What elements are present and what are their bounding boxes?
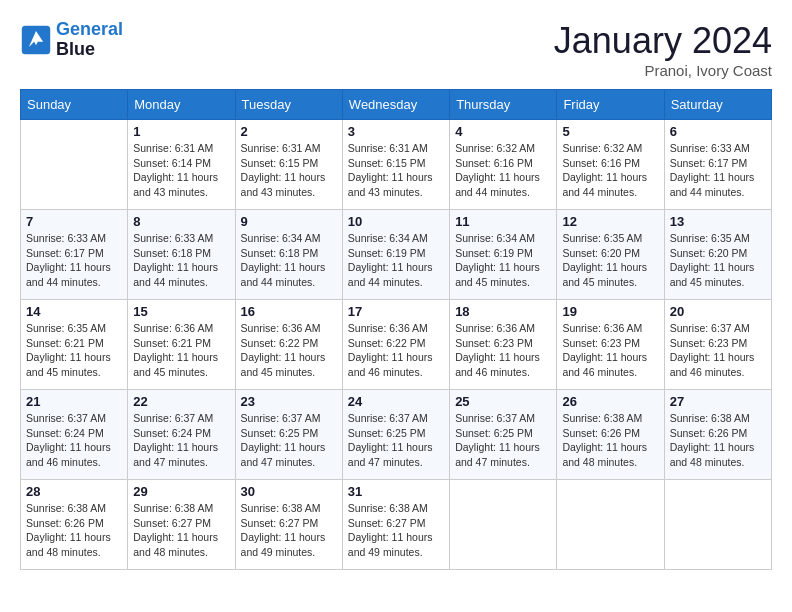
day-number: 25 xyxy=(455,394,551,409)
day-info: Sunrise: 6:34 AM Sunset: 6:18 PM Dayligh… xyxy=(241,231,337,290)
day-info: Sunrise: 6:38 AM Sunset: 6:26 PM Dayligh… xyxy=(562,411,658,470)
day-number: 29 xyxy=(133,484,229,499)
location-title: Pranoi, Ivory Coast xyxy=(554,62,772,79)
calendar-cell: 20Sunrise: 6:37 AM Sunset: 6:23 PM Dayli… xyxy=(664,300,771,390)
day-info: Sunrise: 6:38 AM Sunset: 6:27 PM Dayligh… xyxy=(348,501,444,560)
day-info: Sunrise: 6:32 AM Sunset: 6:16 PM Dayligh… xyxy=(562,141,658,200)
calendar-cell: 21Sunrise: 6:37 AM Sunset: 6:24 PM Dayli… xyxy=(21,390,128,480)
day-info: Sunrise: 6:32 AM Sunset: 6:16 PM Dayligh… xyxy=(455,141,551,200)
day-info: Sunrise: 6:38 AM Sunset: 6:26 PM Dayligh… xyxy=(26,501,122,560)
calendar-cell: 3Sunrise: 6:31 AM Sunset: 6:15 PM Daylig… xyxy=(342,120,449,210)
day-number: 7 xyxy=(26,214,122,229)
day-number: 26 xyxy=(562,394,658,409)
calendar-cell: 26Sunrise: 6:38 AM Sunset: 6:26 PM Dayli… xyxy=(557,390,664,480)
day-info: Sunrise: 6:36 AM Sunset: 6:23 PM Dayligh… xyxy=(562,321,658,380)
day-number: 15 xyxy=(133,304,229,319)
day-info: Sunrise: 6:37 AM Sunset: 6:23 PM Dayligh… xyxy=(670,321,766,380)
calendar-cell: 7Sunrise: 6:33 AM Sunset: 6:17 PM Daylig… xyxy=(21,210,128,300)
day-number: 22 xyxy=(133,394,229,409)
day-info: Sunrise: 6:38 AM Sunset: 6:26 PM Dayligh… xyxy=(670,411,766,470)
logo-icon xyxy=(20,24,52,56)
calendar-cell: 22Sunrise: 6:37 AM Sunset: 6:24 PM Dayli… xyxy=(128,390,235,480)
day-number: 17 xyxy=(348,304,444,319)
weekday-header-tuesday: Tuesday xyxy=(235,90,342,120)
day-info: Sunrise: 6:31 AM Sunset: 6:15 PM Dayligh… xyxy=(241,141,337,200)
logo-text: GeneralBlue xyxy=(56,20,123,60)
day-number: 19 xyxy=(562,304,658,319)
day-info: Sunrise: 6:37 AM Sunset: 6:24 PM Dayligh… xyxy=(26,411,122,470)
day-number: 24 xyxy=(348,394,444,409)
day-info: Sunrise: 6:34 AM Sunset: 6:19 PM Dayligh… xyxy=(348,231,444,290)
day-info: Sunrise: 6:36 AM Sunset: 6:22 PM Dayligh… xyxy=(348,321,444,380)
day-number: 21 xyxy=(26,394,122,409)
day-info: Sunrise: 6:37 AM Sunset: 6:25 PM Dayligh… xyxy=(348,411,444,470)
day-number: 20 xyxy=(670,304,766,319)
day-info: Sunrise: 6:38 AM Sunset: 6:27 PM Dayligh… xyxy=(133,501,229,560)
day-number: 8 xyxy=(133,214,229,229)
calendar-cell: 11Sunrise: 6:34 AM Sunset: 6:19 PM Dayli… xyxy=(450,210,557,300)
calendar-cell: 12Sunrise: 6:35 AM Sunset: 6:20 PM Dayli… xyxy=(557,210,664,300)
week-row-2: 7Sunrise: 6:33 AM Sunset: 6:17 PM Daylig… xyxy=(21,210,772,300)
calendar-cell: 2Sunrise: 6:31 AM Sunset: 6:15 PM Daylig… xyxy=(235,120,342,210)
calendar-cell: 19Sunrise: 6:36 AM Sunset: 6:23 PM Dayli… xyxy=(557,300,664,390)
calendar-cell: 24Sunrise: 6:37 AM Sunset: 6:25 PM Dayli… xyxy=(342,390,449,480)
page-header: GeneralBlue January 2024 Pranoi, Ivory C… xyxy=(20,20,772,79)
day-number: 11 xyxy=(455,214,551,229)
calendar-cell: 28Sunrise: 6:38 AM Sunset: 6:26 PM Dayli… xyxy=(21,480,128,570)
day-info: Sunrise: 6:33 AM Sunset: 6:18 PM Dayligh… xyxy=(133,231,229,290)
day-number: 3 xyxy=(348,124,444,139)
day-number: 30 xyxy=(241,484,337,499)
week-row-5: 28Sunrise: 6:38 AM Sunset: 6:26 PM Dayli… xyxy=(21,480,772,570)
day-info: Sunrise: 6:37 AM Sunset: 6:25 PM Dayligh… xyxy=(455,411,551,470)
weekday-header-monday: Monday xyxy=(128,90,235,120)
calendar-cell: 1Sunrise: 6:31 AM Sunset: 6:14 PM Daylig… xyxy=(128,120,235,210)
day-number: 14 xyxy=(26,304,122,319)
calendar-cell: 17Sunrise: 6:36 AM Sunset: 6:22 PM Dayli… xyxy=(342,300,449,390)
calendar-cell xyxy=(557,480,664,570)
day-info: Sunrise: 6:36 AM Sunset: 6:21 PM Dayligh… xyxy=(133,321,229,380)
weekday-header-sunday: Sunday xyxy=(21,90,128,120)
day-info: Sunrise: 6:33 AM Sunset: 6:17 PM Dayligh… xyxy=(26,231,122,290)
calendar-cell: 18Sunrise: 6:36 AM Sunset: 6:23 PM Dayli… xyxy=(450,300,557,390)
weekday-header-friday: Friday xyxy=(557,90,664,120)
day-info: Sunrise: 6:38 AM Sunset: 6:27 PM Dayligh… xyxy=(241,501,337,560)
calendar-cell: 14Sunrise: 6:35 AM Sunset: 6:21 PM Dayli… xyxy=(21,300,128,390)
calendar-cell: 23Sunrise: 6:37 AM Sunset: 6:25 PM Dayli… xyxy=(235,390,342,480)
day-info: Sunrise: 6:31 AM Sunset: 6:15 PM Dayligh… xyxy=(348,141,444,200)
calendar-cell: 4Sunrise: 6:32 AM Sunset: 6:16 PM Daylig… xyxy=(450,120,557,210)
calendar-cell: 9Sunrise: 6:34 AM Sunset: 6:18 PM Daylig… xyxy=(235,210,342,300)
day-info: Sunrise: 6:37 AM Sunset: 6:24 PM Dayligh… xyxy=(133,411,229,470)
day-info: Sunrise: 6:35 AM Sunset: 6:21 PM Dayligh… xyxy=(26,321,122,380)
calendar-cell: 30Sunrise: 6:38 AM Sunset: 6:27 PM Dayli… xyxy=(235,480,342,570)
calendar-cell: 10Sunrise: 6:34 AM Sunset: 6:19 PM Dayli… xyxy=(342,210,449,300)
week-row-4: 21Sunrise: 6:37 AM Sunset: 6:24 PM Dayli… xyxy=(21,390,772,480)
day-number: 6 xyxy=(670,124,766,139)
day-number: 5 xyxy=(562,124,658,139)
calendar-table: SundayMondayTuesdayWednesdayThursdayFrid… xyxy=(20,89,772,570)
calendar-cell xyxy=(450,480,557,570)
day-number: 9 xyxy=(241,214,337,229)
day-info: Sunrise: 6:36 AM Sunset: 6:23 PM Dayligh… xyxy=(455,321,551,380)
calendar-cell: 13Sunrise: 6:35 AM Sunset: 6:20 PM Dayli… xyxy=(664,210,771,300)
weekday-header-row: SundayMondayTuesdayWednesdayThursdayFrid… xyxy=(21,90,772,120)
day-number: 28 xyxy=(26,484,122,499)
calendar-cell xyxy=(21,120,128,210)
weekday-header-saturday: Saturday xyxy=(664,90,771,120)
day-info: Sunrise: 6:34 AM Sunset: 6:19 PM Dayligh… xyxy=(455,231,551,290)
calendar-cell: 16Sunrise: 6:36 AM Sunset: 6:22 PM Dayli… xyxy=(235,300,342,390)
day-info: Sunrise: 6:37 AM Sunset: 6:25 PM Dayligh… xyxy=(241,411,337,470)
day-number: 1 xyxy=(133,124,229,139)
day-number: 12 xyxy=(562,214,658,229)
calendar-cell: 5Sunrise: 6:32 AM Sunset: 6:16 PM Daylig… xyxy=(557,120,664,210)
weekday-header-thursday: Thursday xyxy=(450,90,557,120)
week-row-1: 1Sunrise: 6:31 AM Sunset: 6:14 PM Daylig… xyxy=(21,120,772,210)
day-number: 16 xyxy=(241,304,337,319)
week-row-3: 14Sunrise: 6:35 AM Sunset: 6:21 PM Dayli… xyxy=(21,300,772,390)
day-number: 27 xyxy=(670,394,766,409)
title-block: January 2024 Pranoi, Ivory Coast xyxy=(554,20,772,79)
weekday-header-wednesday: Wednesday xyxy=(342,90,449,120)
day-number: 2 xyxy=(241,124,337,139)
calendar-cell xyxy=(664,480,771,570)
day-info: Sunrise: 6:31 AM Sunset: 6:14 PM Dayligh… xyxy=(133,141,229,200)
day-number: 4 xyxy=(455,124,551,139)
